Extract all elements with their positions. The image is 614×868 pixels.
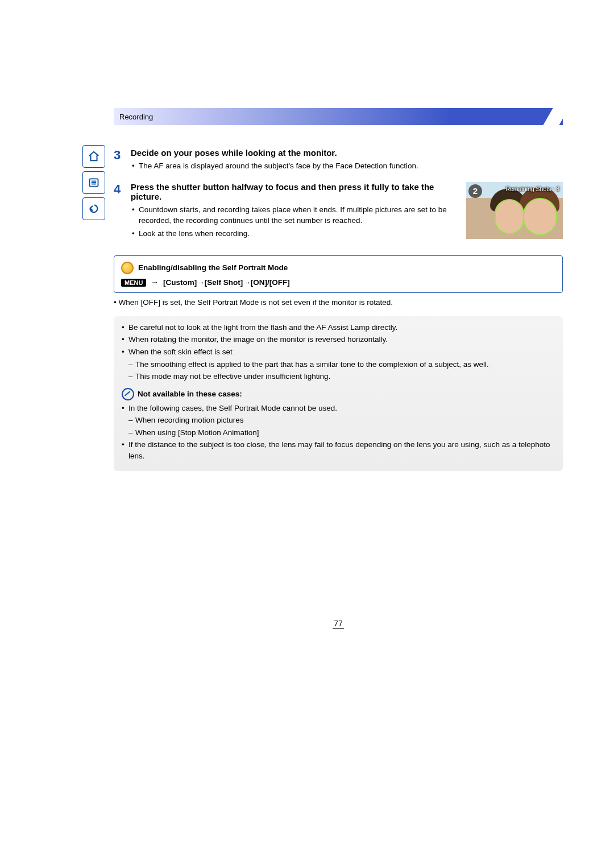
step3-bullet: The AF area is displayed around the subj… [139,161,563,172]
step4-bullet: Countdown starts, and recording takes pl… [139,205,458,226]
na-item: In the following cases, the Self Portrai… [122,403,555,414]
section-title: Recording [119,113,153,121]
section-header: Recording [114,108,563,125]
remaining-shots-label: Remaining Shots : 3 [505,185,559,192]
step-number: 4 [114,182,131,244]
step4-bullet: Look at the lens when recording. [139,229,458,239]
manual-page: Recording 3 Decide on your poses while l… [0,0,614,679]
step-title: Press the shutter button halfway to focu… [131,182,458,201]
page-number: 77 [114,619,563,628]
home-icon [88,150,100,163]
list-icon [88,177,99,188]
toc-button[interactable] [82,171,105,194]
back-arrow-icon [88,202,100,215]
menu-path: MENU → [Custom]→[Self Shot]→[ON]/[OFF] [121,278,555,287]
note-item: When rotating the monitor, the image on … [122,334,555,345]
prohibited-icon [122,388,134,400]
step-title: Decide on your poses while looking at th… [131,148,563,158]
back-button[interactable] [82,197,105,220]
menu-chip: MENU [121,279,146,287]
example-screenshot: 2 Remaining Shots : 3 [466,182,563,239]
note-item: Be careful not to look at the light from… [122,322,555,333]
menu-path-text: [Custom]→[Self Shot]→[ON]/[OFF] [163,278,290,287]
lightbulb-icon [121,262,134,274]
step-4: 4 Press the shutter button halfway to fo… [114,182,563,244]
na-subitem: When recording motion pictures [128,415,555,426]
tip-note: • When [OFF] is set, the Self Portrait M… [114,297,563,308]
countdown-badge: 2 [468,184,482,198]
home-button[interactable] [82,145,105,168]
note-subitem: The smoothing effect is applied to the p… [128,359,555,370]
note-subitem: This mode may not be effective under ins… [128,371,555,382]
tip-box: Enabling/disabling the Self Portrait Mod… [114,255,563,293]
tip-title: Enabling/disabling the Self Portrait Mod… [138,263,288,272]
note-item: When the soft skin effect is set [122,346,555,358]
na-subitem: When using [Stop Motion Animation] [128,427,555,439]
arrow-icon: → [151,278,159,287]
step-number: 3 [114,148,131,176]
not-available-heading: Not available in these cases: [122,388,555,400]
step-3: 3 Decide on your poses while looking at … [114,148,563,176]
na-item: If the distance to the subject is too cl… [122,439,555,461]
notes-box: Be careful not to look at the light from… [114,316,563,471]
page-content: 3 Decide on your poses while looking at … [114,148,563,628]
sidebar-nav [82,145,105,224]
